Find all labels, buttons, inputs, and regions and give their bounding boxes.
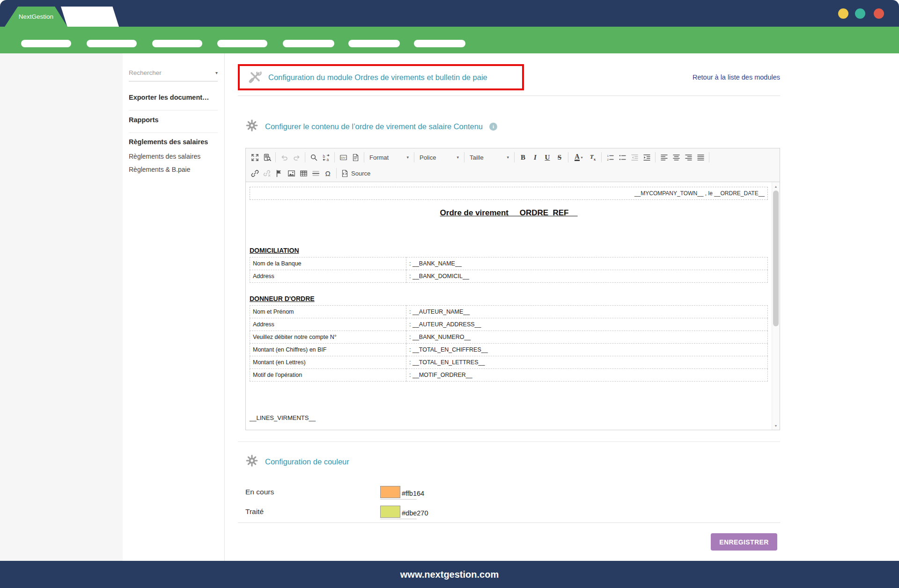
source-button[interactable]: Source <box>339 167 372 179</box>
nav-item-placeholder-2[interactable] <box>87 40 137 47</box>
color-section-title: Configuration de couleur <box>265 457 349 466</box>
undo-icon[interactable] <box>278 151 290 163</box>
scroll-down-icon[interactable]: ▼ <box>772 422 780 429</box>
link-icon[interactable] <box>249 167 261 179</box>
text-color-icon[interactable]: A▾ <box>571 151 587 163</box>
div-container-icon[interactable]: DIV <box>337 151 349 163</box>
color-section-header: Configuration de couleur <box>245 454 349 469</box>
sidebar-subitem-reglements-salaires[interactable]: Règlements des salaires <box>129 153 220 160</box>
bold-icon[interactable]: B <box>517 151 529 163</box>
underline-icon[interactable]: U <box>541 151 553 163</box>
remove-format-icon[interactable]: Tx <box>587 151 599 163</box>
toolbar-separator <box>364 152 364 162</box>
svg-text:a: a <box>326 157 329 162</box>
color-label-encours: En cours <box>245 488 274 496</box>
top-bar: NextGestion <box>0 0 899 27</box>
align-center-icon[interactable] <box>670 151 682 163</box>
color-swatch-traite[interactable] <box>380 506 400 518</box>
svg-text:b: b <box>323 154 325 158</box>
cell-label: Veuillez débiter notre compte N° <box>250 331 406 344</box>
sidebar-subitem-reglements-bpaie[interactable]: Règlements & B.paie <box>129 166 220 173</box>
svg-text:2: 2 <box>607 158 609 161</box>
cell-value: : __AUTEUR_ADDRESS__ <box>406 318 768 331</box>
special-character-icon[interactable]: Ω <box>322 167 334 179</box>
decrease-indent-icon[interactable] <box>628 151 641 163</box>
toolbar-separator <box>305 152 305 162</box>
unlink-icon[interactable] <box>261 167 273 179</box>
window-dot-teal[interactable] <box>855 8 865 19</box>
doc-heading-domiciliation: DOMICILIATION <box>250 247 768 254</box>
table-row: Montant (en Chiffres) en BIF : __TOTAL_E… <box>250 344 768 356</box>
doc-heading-donneur: DONNEUR D'ORDRE <box>250 295 768 302</box>
table-row: Address : __BANK_DOMICIL__ <box>250 270 768 283</box>
window-dot-yellow[interactable] <box>838 8 848 19</box>
tools-icon <box>247 69 262 86</box>
increase-indent-icon[interactable] <box>641 151 653 163</box>
sidebar-item-rapports[interactable]: Rapports <box>129 116 220 124</box>
color-swatch-encours[interactable] <box>380 486 400 498</box>
app-window: NextGestion Rechercher ▾ Exporter les do… <box>0 0 899 588</box>
cell-value: : __AUTEUR_NAME__ <box>406 306 768 318</box>
toolbar-separator <box>709 152 709 162</box>
size-combo[interactable]: Taille ▾ <box>467 152 512 163</box>
align-left-icon[interactable] <box>658 151 670 163</box>
brand-tab[interactable]: NextGestion <box>5 7 67 27</box>
redo-icon[interactable] <box>290 151 302 163</box>
numbered-list-icon[interactable]: 1 2 <box>604 151 616 163</box>
anchor-flag-icon[interactable] <box>273 167 285 179</box>
color-label-traite: Traité <box>245 507 264 516</box>
section-divider <box>238 441 780 442</box>
align-right-icon[interactable] <box>682 151 694 163</box>
preview-icon[interactable] <box>261 151 273 163</box>
find-icon[interactable] <box>308 151 320 163</box>
replace-icon[interactable]: b a <box>320 151 332 163</box>
align-justify-icon[interactable] <box>694 151 707 163</box>
toolbar-row-2: Ω Source <box>249 165 777 181</box>
nav-item-placeholder-5[interactable] <box>283 40 334 47</box>
toolbar-separator <box>275 152 276 162</box>
strikethrough-icon[interactable]: S <box>553 151 566 163</box>
content-section-header: Configurer le contenu de l’ordre de vire… <box>245 119 497 134</box>
horizontal-rule-icon[interactable] <box>309 167 322 179</box>
maximize-icon[interactable] <box>249 151 261 163</box>
cell-label: Address <box>250 318 406 331</box>
info-icon[interactable]: i <box>489 123 497 131</box>
back-to-modules-link[interactable]: Retour à la liste des modules <box>693 74 780 81</box>
scrollbar-thumb[interactable] <box>773 191 779 326</box>
bottom-divider <box>238 522 780 523</box>
brand-label: NextGestion <box>19 13 53 20</box>
nav-item-placeholder-7[interactable] <box>414 40 465 47</box>
chevron-down-icon: ▾ <box>507 155 509 160</box>
table-icon[interactable] <box>297 167 309 179</box>
format-combo[interactable]: Format ▾ <box>367 152 412 163</box>
nav-item-placeholder-3[interactable] <box>152 40 202 47</box>
image-icon[interactable] <box>285 167 297 179</box>
save-button[interactable]: ENREGISTRER <box>711 533 777 551</box>
nav-item-placeholder-4[interactable] <box>217 40 267 47</box>
window-dot-red[interactable] <box>874 8 884 19</box>
sidebar-item-exporter[interactable]: Exporter les document… <box>129 94 220 101</box>
search-input[interactable]: Rechercher ▾ <box>129 65 218 81</box>
content-section-title: Configurer le contenu de l’ordre de vire… <box>265 122 483 131</box>
main-nav-bar <box>0 27 899 53</box>
nav-item-placeholder-1[interactable] <box>21 40 71 47</box>
templates-icon[interactable] <box>349 151 361 163</box>
doc-town-date-line: __MYCOMPANY_TOWN__ , le __ORDRE_DATE__ <box>250 187 768 200</box>
italic-icon[interactable]: I <box>529 151 541 163</box>
sidebar-item-reglements-salaires[interactable]: Règlements des salaires <box>129 138 220 146</box>
toolbar-separator <box>334 152 335 162</box>
color-hex-traite: #dbe270 <box>402 509 428 517</box>
table-row: Veuillez débiter notre compte N° : __BAN… <box>250 331 768 344</box>
nav-item-placeholder-6[interactable] <box>348 40 400 47</box>
module-header-highlight: Configuration du module Ordres de vireme… <box>238 64 524 90</box>
font-combo[interactable]: Police ▾ <box>417 152 462 163</box>
inactive-tab[interactable] <box>61 7 119 27</box>
editor-toolbar: b a DIV Format <box>246 148 780 182</box>
bulleted-list-icon[interactable] <box>616 151 628 163</box>
editor-content[interactable]: __MYCOMPANY_TOWN__ , le __ORDRE_DATE__ O… <box>246 182 772 430</box>
editor-scrollbar[interactable]: ▲ ▼ <box>772 182 780 430</box>
cell-value: : __BANK_NUMERO__ <box>406 331 768 344</box>
toolbar-separator <box>655 152 656 162</box>
scroll-up-icon[interactable]: ▲ <box>772 183 780 190</box>
gear-icon <box>245 454 258 469</box>
